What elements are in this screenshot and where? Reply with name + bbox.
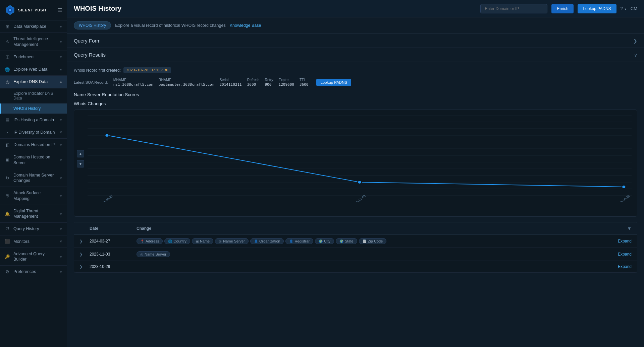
row-chevron-2[interactable]: ❯: [79, 252, 90, 257]
breadcrumb-description: Explore a visual record of historical WH…: [115, 23, 225, 28]
help-button[interactable]: ? ∨: [621, 6, 627, 11]
logo-text: SILENT PUSH: [18, 8, 46, 12]
tag-state: 🌍State: [336, 238, 357, 244]
row-chevron-1[interactable]: ❯: [79, 239, 90, 244]
row-expand-1[interactable]: Expand: [605, 239, 632, 244]
query-form-header[interactable]: Query Form ❯: [67, 34, 644, 48]
enrich-button[interactable]: Enrich: [551, 4, 574, 13]
sidebar-subitem-whois-history[interactable]: WHOIS History: [0, 103, 67, 114]
query-results-header[interactable]: Query Results ∨: [67, 48, 644, 62]
chevron-icon: ∨: [60, 55, 62, 59]
soa-rname-col: RNAME postmaster.3688craft5.com: [159, 78, 214, 87]
row-tags-1: 📍Address 🌐Country ▣Name ◎Name Server 👤Or…: [137, 238, 605, 244]
target-icon: ◎: [5, 79, 10, 84]
tag-organization: 👤Organization: [250, 238, 284, 244]
sidebar-item-explore-dns[interactable]: ◎ Explore DNS Data ∧: [0, 76, 67, 88]
sidebar-subitem-explore-indicator[interactable]: Explore Indicator DNS Data: [0, 88, 67, 103]
soa-refresh-value: 3600: [247, 82, 260, 87]
whois-changes-table: Date Change ▼ ❯ 2024-03-27 📍Address 🌐Cou…: [74, 222, 637, 273]
whois-badge[interactable]: WHOIS History: [74, 21, 111, 29]
sidebar-item-attack-surface[interactable]: ⛨ Attack Surface Mapping ∨: [0, 187, 67, 205]
soa-expire-col: Expire 1209600: [279, 78, 294, 87]
row-date-3: 2023-10-29: [90, 264, 137, 269]
sidebar-label: Domains Hosted on Server: [13, 154, 56, 165]
sidebar-item-monitors[interactable]: ⬛ Monitors ∨: [0, 235, 67, 248]
hdd-icon: ◧: [5, 142, 10, 147]
knowledge-base-link[interactable]: Knowledge Base: [230, 23, 261, 28]
sidebar-item-query-history[interactable]: ⏱ Query History ∨: [0, 223, 67, 235]
chevron-icon: ∨: [60, 130, 62, 134]
search-input[interactable]: [480, 4, 547, 13]
help-icon: ?: [621, 6, 623, 11]
whois-meta: Whois record first created: 2023-10-28 0…: [74, 67, 637, 73]
hamburger-icon[interactable]: ☰: [57, 7, 62, 13]
sidebar-label: IP Diversity of Domain: [13, 130, 56, 135]
sidebar-item-domains-server[interactable]: ▣ Domains Hosted on Server ∨: [0, 151, 67, 169]
soa-serial-col: Serial 2014110211: [219, 78, 241, 87]
soa-expire-header: Expire: [279, 78, 294, 82]
sidebar-item-domain-ns[interactable]: ↻ Domain Name Server Changes ∨: [0, 169, 67, 187]
soa-ttl-value: 3600: [300, 82, 309, 87]
row-chevron-3[interactable]: ❯: [79, 265, 90, 269]
sidebar-label: Advanced Query Builder: [13, 251, 56, 262]
soa-label: Latest SOA Record:: [74, 80, 108, 84]
tag-zipcode: 📄Zip Code: [359, 238, 387, 244]
main-content: WHOIS History Enrich Lookup PADNS ? ∨ CM…: [67, 0, 644, 347]
results-area: Whois record first created: 2023-10-28 0…: [67, 62, 644, 278]
row-expand-2[interactable]: Expand: [605, 252, 632, 257]
chevron-icon: ∨: [60, 118, 62, 122]
chevron-icon: ∨: [60, 239, 62, 243]
sidebar-item-enrichment[interactable]: ◫ Enrichment ∨: [0, 51, 67, 63]
lookup-padns-button[interactable]: Lookup PADNS: [578, 4, 616, 13]
soa-ttl-col: TTL 3600: [300, 78, 309, 87]
sidebar-label: Explore DNS Data: [13, 79, 56, 84]
user-menu[interactable]: CM: [631, 6, 637, 11]
header: WHOIS History Enrich Lookup PADNS ? ∨ CM: [67, 0, 644, 17]
sidebar-item-ips-hosting[interactable]: ▤ IPs Hosting a Domain ∨: [0, 114, 67, 126]
soa-mname-header: MNAME: [113, 78, 153, 82]
alert-icon: ⚠: [5, 39, 10, 45]
sidebar-item-ip-diversity[interactable]: ⋱ IP Diversity of Domain ∨: [0, 126, 67, 139]
sidebar-item-data-marketplace[interactable]: ⊞ Data Marketplace ∨: [0, 20, 67, 33]
table-row: ❯ 2024-03-27 📍Address 🌐Country ▣Name ◎Na…: [74, 235, 637, 248]
sidebar-item-threat-intel[interactable]: ⚠ Threat Intelligence Management ∨: [0, 33, 67, 51]
chevron-icon: ∨: [60, 227, 62, 231]
chevron-icon: ∨: [60, 158, 62, 162]
sidebar-item-domains-ip[interactable]: ◧ Domains Hosted on IP ∨: [0, 139, 67, 151]
row-date-1: 2024-03-27: [90, 239, 137, 244]
subitem-label: WHOIS History: [13, 106, 41, 111]
soa-mname-value: ns1.3688craft5.com: [113, 82, 153, 87]
logo-icon: [5, 5, 15, 15]
svg-point-29: [105, 134, 109, 137]
row-expand-3[interactable]: Expand: [605, 264, 632, 269]
tag-nameserver: ◎Name Server: [215, 238, 249, 244]
sidebar-item-preferences[interactable]: ⚙ Preferences ∨: [0, 266, 67, 278]
svg-text:2023-10-29: 2023-10-29: [615, 194, 631, 202]
chevron-icon: ∨: [60, 194, 62, 198]
sidebar-label: Digital Threat Management: [13, 208, 56, 219]
page-title: WHOIS History: [74, 5, 476, 12]
svg-point-31: [622, 185, 626, 189]
chart-nav-down-button[interactable]: ▼: [77, 160, 84, 167]
svg-point-30: [358, 181, 362, 184]
query-form-chevron: ❯: [633, 38, 637, 44]
whois-meta-label: Whois record first created:: [74, 68, 121, 73]
sidebar-item-explore-web[interactable]: 🌐 Explore Web Data ∨: [0, 63, 67, 76]
server-icon: ▤: [5, 117, 10, 123]
filter-icon[interactable]: ▼: [627, 226, 632, 231]
sidebar-item-digital-threat[interactable]: 🔔 Digital Threat Management ∨: [0, 205, 67, 223]
soa-serial-value: 2014110211: [219, 82, 241, 87]
chart-nav-up-button[interactable]: ▲: [77, 150, 84, 157]
tag-name: ▣Name: [192, 238, 213, 244]
soa-row: Latest SOA Record: MNAME ns1.3688craft5.…: [74, 78, 637, 87]
help-chevron: ∨: [624, 7, 627, 10]
query-results-chevron: ∨: [634, 52, 637, 58]
hdd2-icon: ▣: [5, 157, 10, 163]
soa-refresh-header: Refresh: [247, 78, 260, 82]
soa-lookup-padns-button[interactable]: Lookup PADNS: [316, 79, 351, 86]
sidebar-label: Data Marketplace: [13, 24, 56, 29]
sidebar-item-advanced-query[interactable]: 🔑 Advanced Query Builder ∨: [0, 248, 67, 266]
chevron-icon: ∨: [60, 25, 62, 28]
subitem-label: Explore Indicator DNS Data: [13, 91, 53, 100]
shield-icon: ⛨: [5, 193, 10, 199]
